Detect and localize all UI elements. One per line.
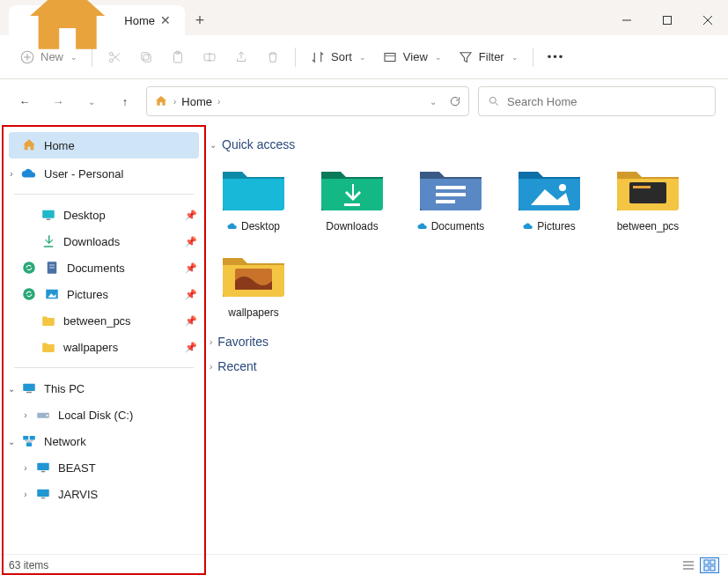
svg-rect-43 [436,200,455,203]
chevron-right-icon[interactable]: › [5,169,18,179]
chevron-down-icon[interactable]: ⌄ [5,384,18,394]
rename-icon [202,49,217,65]
forward-button[interactable]: → [46,89,70,114]
home-icon [21,137,37,153]
view-button[interactable]: View ⌄ [375,43,449,71]
filter-icon [458,49,474,65]
folder-wallpapers[interactable]: wallpapers [210,248,298,319]
svg-rect-22 [47,219,51,221]
pin-icon[interactable]: 📌 [185,262,197,274]
separator [14,194,194,195]
chevron-down-icon[interactable]: ⌄ [430,97,437,107]
section-quick-access[interactable]: ⌄ Quick access [210,137,721,151]
svg-rect-52 [704,560,709,564]
search-bar[interactable] [478,86,716,116]
new-tab-button[interactable]: + [185,5,215,35]
desktop-icon [40,207,56,223]
svg-rect-21 [42,210,55,218]
back-button[interactable]: ← [12,89,37,114]
pin-icon[interactable]: 📌 [185,289,197,300]
sidebar-item-label: between_pcs [63,314,131,328]
close-window-button[interactable] [688,5,728,35]
svg-rect-55 [710,566,715,571]
sidebar-item-label: Desktop [63,209,106,222]
share-button[interactable] [226,43,256,71]
sidebar-item-home[interactable]: Home [9,132,199,158]
chevron-right-icon[interactable]: › [19,490,32,499]
copy-button[interactable] [131,43,161,71]
thumbnails-view-button[interactable] [700,557,719,573]
pin-icon[interactable]: 📌 [185,236,197,247]
cloud-icon [21,166,37,181]
sidebar-item-label: JARVIS [58,488,98,501]
folder-thumbnail-icon [219,249,288,300]
sidebar-item-between-pcs[interactable]: between_pcs 📌 [4,307,204,334]
sidebar-item-this-pc[interactable]: ⌄ This PC [4,375,204,402]
folder-icon [40,339,56,355]
svg-rect-35 [30,436,35,440]
svg-rect-17 [385,53,395,61]
pin-icon[interactable]: 📌 [185,342,197,353]
up-button[interactable]: ↑ [113,89,137,114]
svg-line-20 [496,103,498,106]
recent-locations-button[interactable]: ⌄ [79,89,104,114]
chevron-down-icon: ⌄ [210,140,217,150]
svg-rect-47 [633,186,651,188]
chevron-right-icon: › [210,337,212,347]
chevron-right-icon[interactable]: › [19,463,32,473]
rename-button[interactable] [195,43,224,71]
chevron-down-icon[interactable]: ⌄ [5,437,18,446]
sidebar-item-downloads[interactable]: Downloads 📌 [4,228,204,254]
sort-button[interactable]: Sort ⌄ [303,43,373,71]
svg-rect-30 [23,384,35,391]
folder-documents[interactable]: Documents [407,162,495,232]
sidebar-item-local-disk[interactable]: › Local Disk (C:) [4,402,204,428]
folder-between-pcs[interactable]: between_pcs [604,162,692,232]
download-icon [40,233,56,249]
chevron-down-icon: ⌄ [511,53,518,62]
section-favorites[interactable]: › Favorites [210,335,721,349]
maximize-button[interactable] [647,5,688,35]
monitor-icon [35,460,51,475]
sidebar-item-network-pc[interactable]: › JARVIS [4,481,204,507]
more-button[interactable]: ••• [540,43,572,71]
tab-close-icon[interactable]: ✕ [155,11,176,29]
sidebar-item-wallpapers[interactable]: wallpapers 📌 [4,334,204,360]
search-input[interactable] [507,95,706,108]
chevron-right-icon[interactable]: › [19,410,32,420]
folder-pictures[interactable]: Pictures [505,162,593,232]
sidebar-item-label: Documents [67,262,125,275]
pin-icon[interactable]: 📌 [185,210,197,221]
svg-rect-40 [41,498,46,499]
filter-button[interactable]: Filter ⌄ [451,43,526,71]
section-recent[interactable]: › Recent [210,359,721,373]
pin-icon[interactable]: 📌 [185,315,197,327]
sidebar-item-desktop[interactable]: Desktop 📌 [4,202,204,228]
svg-rect-39 [37,490,49,497]
view-icon [382,49,398,65]
home-icon [18,0,117,70]
sidebar-item-pictures[interactable]: Pictures 📌 [4,281,204,307]
refresh-icon[interactable] [449,95,461,107]
svg-rect-37 [37,463,49,470]
sidebar-item-documents[interactable]: Documents 📌 [4,254,204,281]
breadcrumb[interactable]: Home [181,95,212,108]
folder-desktop[interactable]: Desktop [210,162,298,232]
sidebar-item-network-pc[interactable]: › BEAST [4,454,204,481]
sidebar-item-label: Local Disk (C:) [58,409,133,422]
tab-home[interactable]: Home ✕ [9,5,185,35]
sidebar-item-network[interactable]: ⌄ Network [4,428,204,454]
folder-downloads[interactable]: Downloads [308,162,396,232]
minimize-button[interactable] [607,5,647,35]
drive-icon [35,407,51,423]
paste-button[interactable] [163,43,193,71]
delete-button[interactable] [258,43,288,71]
picture-icon [44,286,60,302]
details-view-button[interactable] [679,557,698,573]
address-bar[interactable]: › Home › ⌄ [146,86,469,116]
item-label: Pictures [537,220,575,232]
ellipsis-icon: ••• [548,50,565,63]
sidebar-item-onedrive[interactable]: › User - Personal [4,160,204,187]
home-icon [154,94,168,108]
downloads-folder-icon [318,163,386,214]
